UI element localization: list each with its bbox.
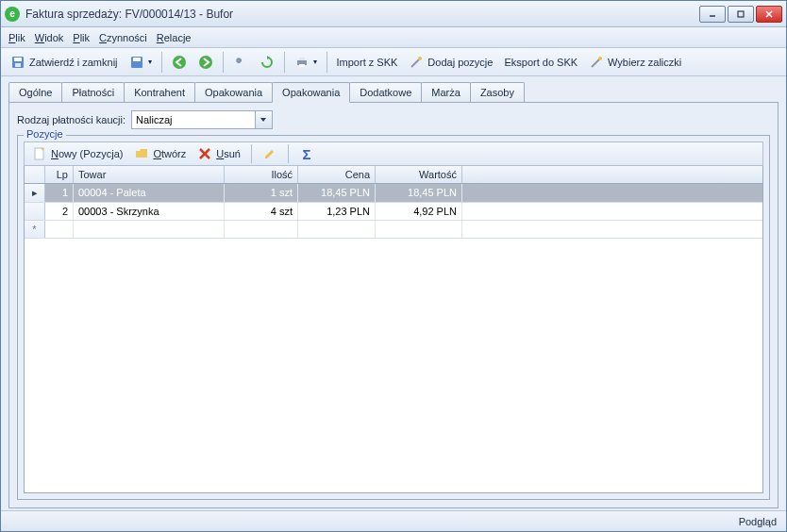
grid-header: Lp Towar Ilość Cena Wartość: [25, 166, 762, 184]
tab-opakowania-2[interactable]: Opakowania: [272, 82, 350, 103]
row-indicator: [25, 203, 45, 220]
header-lp[interactable]: Lp: [45, 166, 74, 183]
svg-rect-13: [299, 64, 305, 67]
document-new-icon: [32, 146, 47, 161]
statusbar: Podgląd: [1, 510, 786, 531]
tab-dodatkowe[interactable]: Dodatkowe: [349, 82, 422, 103]
folder-open-icon: [134, 146, 149, 161]
app-window: e Faktura sprzedaży: FV/000014/13 - Bufo…: [0, 0, 787, 532]
printer-icon: [294, 55, 310, 70]
menu-plik[interactable]: Plik: [8, 32, 25, 43]
wand-icon: [589, 55, 604, 70]
sum-button[interactable]: Σ: [295, 144, 318, 163]
window-title: Faktura sprzedaży: FV/000014/13 - Bufor: [25, 8, 699, 21]
close-button[interactable]: [756, 6, 782, 23]
header-cena[interactable]: Cena: [298, 166, 376, 183]
sigma-icon: Σ: [299, 146, 314, 161]
save-button[interactable]: ▾: [126, 53, 156, 72]
app-icon: e: [5, 7, 20, 22]
grid-toolbar: Nowy (Pozycja) Otwórz Usuń Σ: [24, 141, 763, 166]
import-skk-button[interactable]: Import z SKK: [333, 55, 402, 70]
tab-zasoby[interactable]: Zasoby: [470, 82, 525, 103]
svg-line-14: [411, 59, 419, 67]
menubar: Plik Widok Plik Czynności Relacje: [1, 27, 786, 48]
svg-rect-18: [35, 148, 43, 159]
rodzaj-label: Rodzaj płatności kaucji:: [17, 114, 126, 125]
refresh-button[interactable]: [256, 53, 278, 72]
wybierz-zaliczki-button[interactable]: Wybierz zaliczki: [585, 53, 685, 72]
svg-rect-1: [738, 11, 744, 17]
disk-icon: [129, 55, 144, 70]
svg-rect-12: [299, 58, 305, 60]
table-row[interactable]: ▸ 1 00004 - Paleta 1 szt 18,45 PLN 18,45…: [25, 184, 762, 203]
nowy-button[interactable]: Nowy (Pozycja): [28, 144, 126, 163]
usun-button[interactable]: Usuń: [193, 144, 244, 163]
menu-relacje[interactable]: Relacje: [157, 32, 192, 43]
content-area: Ogólne Płatności Kontrahent Opakowania O…: [1, 76, 786, 510]
header-towar[interactable]: Towar: [74, 166, 225, 183]
eksport-skk-button[interactable]: Eksport do SKK: [500, 55, 581, 70]
svg-point-10: [199, 56, 212, 69]
chevron-down-icon[interactable]: [255, 111, 272, 128]
back-button[interactable]: [168, 53, 191, 72]
row-indicator-icon: ▸: [25, 184, 45, 202]
header-wartosc[interactable]: Wartość: [376, 166, 462, 183]
row-indicator-header: [25, 166, 45, 183]
wand-icon: [409, 55, 424, 70]
table-row-new[interactable]: *: [25, 221, 762, 239]
maximize-button[interactable]: [728, 6, 754, 23]
print-button[interactable]: ▾: [291, 53, 321, 72]
titlebar: e Faktura sprzedaży: FV/000014/13 - Bufo…: [1, 1, 786, 27]
tab-kontrahent[interactable]: Kontrahent: [124, 82, 195, 103]
save-close-button[interactable]: Zatwierdź i zamknij: [7, 53, 122, 72]
svg-line-16: [592, 59, 599, 67]
arrow-right-icon: [198, 55, 213, 70]
refresh-icon: [260, 55, 275, 70]
menu-czynnosci[interactable]: Czynności: [99, 32, 147, 43]
menu-plik2[interactable]: Plik: [73, 32, 90, 43]
dropdown-icon: ▾: [148, 58, 152, 66]
svg-point-17: [598, 57, 602, 60]
podglad-label[interactable]: Podgląd: [739, 516, 777, 527]
wrench-icon: [233, 55, 248, 70]
pencil-icon: [262, 146, 277, 161]
menu-widok[interactable]: Widok: [35, 32, 64, 43]
rodzaj-combo[interactable]: [131, 110, 273, 129]
tab-opakowania-1[interactable]: Opakowania: [194, 82, 273, 103]
pozycje-legend: Pozycje: [24, 128, 66, 140]
toolbar: Zatwierdź i zamknij ▾ ▾ Import z SKK Dod…: [1, 48, 786, 76]
header-ilosc[interactable]: Ilość: [225, 166, 298, 183]
otworz-button[interactable]: Otwórz: [130, 144, 190, 163]
save-icon: [10, 55, 25, 70]
arrow-left-icon: [172, 55, 187, 70]
svg-rect-8: [133, 58, 141, 61]
svg-point-15: [418, 57, 422, 60]
minimize-button[interactable]: [699, 6, 726, 23]
tab-body: Rodzaj płatności kaucji: Pozycje Nowy (P…: [8, 102, 779, 508]
tools-button[interactable]: [229, 53, 252, 72]
tab-marza[interactable]: Marża: [421, 82, 471, 103]
tab-ogolne[interactable]: Ogólne: [8, 82, 62, 103]
forward-button[interactable]: [194, 53, 217, 72]
grid: Lp Towar Ilość Cena Wartość ▸ 1 00004 - …: [24, 166, 763, 493]
pozycje-fieldset: Pozycje Nowy (Pozycja) Otwórz Usuń: [17, 135, 770, 500]
edit-button[interactable]: [259, 144, 281, 163]
rodzaj-input[interactable]: [132, 111, 255, 128]
new-row-icon: *: [25, 221, 45, 238]
tab-platnosci[interactable]: Płatności: [61, 82, 125, 103]
tabs: Ogólne Płatności Kontrahent Opakowania O…: [8, 82, 779, 103]
svg-rect-6: [15, 63, 21, 67]
svg-rect-5: [14, 58, 22, 61]
dodaj-pozycje-button[interactable]: Dodaj pozycje: [405, 53, 496, 72]
table-row[interactable]: 2 00003 - Skrzynka 4 szt 1,23 PLN 4,92 P…: [25, 203, 762, 221]
svg-point-9: [173, 56, 186, 69]
delete-icon: [197, 146, 212, 161]
